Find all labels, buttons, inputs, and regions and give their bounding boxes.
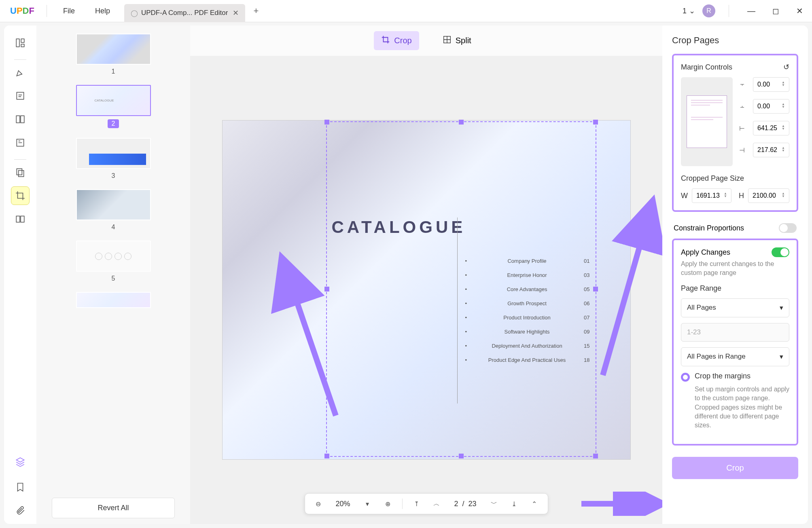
divider xyxy=(47,5,47,17)
crop-tool-icon[interactable] xyxy=(11,186,30,205)
collapse-button[interactable]: ⌃ xyxy=(528,498,541,510)
svg-rect-10 xyxy=(21,216,24,222)
thumbnail-3[interactable]: 3 xyxy=(76,138,151,180)
margin-left-icon: ⊢ xyxy=(739,125,749,132)
page-canvas[interactable]: CATALOGUE Company Profile01 Enterprise H… xyxy=(190,56,662,524)
page-indicator[interactable]: 2 / 23 xyxy=(451,500,479,508)
svg-rect-9 xyxy=(16,216,20,222)
margin-right-input[interactable]: 217.62▲▼ xyxy=(753,143,789,157)
maximize-button[interactable]: ◻ xyxy=(767,3,784,19)
zoom-out-button[interactable]: ⊖ xyxy=(312,498,324,510)
panel-title: Crop Pages xyxy=(672,35,798,46)
crop-handle-tr[interactable] xyxy=(593,120,598,125)
svg-rect-8 xyxy=(19,171,24,177)
prev-page-button[interactable]: ︿ xyxy=(430,498,443,510)
edit-icon[interactable] xyxy=(11,87,30,105)
center-area: Crop Split CATALOGUE Company Profile01 E… xyxy=(190,25,662,524)
form-icon[interactable] xyxy=(11,133,30,152)
titlebar: UPDF File Help ◯ UPDF-A Comp... PDF Edit… xyxy=(0,0,812,22)
zoom-in-button[interactable]: ⊕ xyxy=(382,498,394,510)
menu-file[interactable]: File xyxy=(53,7,85,15)
minimize-button[interactable]: — xyxy=(742,3,760,19)
page-range-input[interactable]: 1-23 xyxy=(681,323,789,342)
constrain-proportions-row: Constrain Proportions xyxy=(672,218,798,239)
first-page-button[interactable]: ⤒ xyxy=(410,498,422,510)
page-range-select[interactable]: All Pages▾ xyxy=(681,298,789,317)
thumbnail-icon[interactable] xyxy=(11,34,30,52)
split-icon xyxy=(443,35,452,46)
zoom-navigation-bar: ⊖ 20% ▾ ⊕ ⤒ ︿ 2 / 23 ﹀ ⤓ ⌃ xyxy=(304,493,548,514)
crop-height-input[interactable]: 2100.00▲▼ xyxy=(748,188,789,203)
constrain-toggle[interactable] xyxy=(779,223,797,233)
margin-top-icon: ⫟ xyxy=(739,81,749,88)
thumbnail-panel: 1 CATALOGUE2 3 4 5 Revert All xyxy=(36,25,190,524)
crop-pages-panel: Crop Pages Margin Controls↺ ⫟0.00▲▼ ⫠0.0… xyxy=(662,25,808,524)
margin-left-input[interactable]: 641.25▲▼ xyxy=(753,121,789,135)
thumbnail-5[interactable]: 5 xyxy=(76,241,151,282)
apply-changes-section: Apply Changes Apply the current changes … xyxy=(672,239,798,446)
svg-rect-7 xyxy=(17,169,22,175)
margin-bottom-input[interactable]: 0.00▲▼ xyxy=(753,99,789,114)
tab-title: UPDF-A Comp... PDF Editor xyxy=(141,9,228,17)
left-toolbar xyxy=(4,25,36,524)
revert-all-button[interactable]: Revert All xyxy=(52,498,175,518)
attachment-icon[interactable] xyxy=(11,501,30,520)
document-tab[interactable]: ◯ UPDF-A Comp... PDF Editor ✕ xyxy=(124,4,245,22)
next-page-button[interactable]: ﹀ xyxy=(488,498,500,510)
margin-top-input[interactable]: 0.00▲▼ xyxy=(753,77,789,92)
margin-bottom-icon: ⫠ xyxy=(739,103,749,110)
chevron-down-icon: ▾ xyxy=(780,304,783,312)
margin-controls-section: Margin Controls↺ ⫟0.00▲▼ ⫠0.00▲▼ ⊢641.25… xyxy=(672,54,798,212)
crop-margins-radio[interactable]: Crop the margins xyxy=(681,372,789,382)
svg-rect-3 xyxy=(17,92,23,99)
copy-icon[interactable] xyxy=(11,163,30,182)
thumbnail-4[interactable]: 4 xyxy=(76,189,151,231)
range-scope-select[interactable]: All Pages in Range▾ xyxy=(681,347,789,366)
organize-icon[interactable] xyxy=(11,110,30,129)
tab-close-icon[interactable]: ✕ xyxy=(233,8,239,17)
chevron-down-icon: ⌄ xyxy=(689,6,695,15)
layers-icon[interactable] xyxy=(11,452,30,471)
thumbnail-6[interactable] xyxy=(76,292,151,311)
window-count[interactable]: 1⌄ xyxy=(683,6,695,15)
tab-doc-icon: ◯ xyxy=(131,9,138,17)
user-avatar[interactable]: R xyxy=(702,4,715,17)
thumbnail-2[interactable]: CATALOGUE2 xyxy=(76,85,151,128)
reset-margins-icon[interactable]: ↺ xyxy=(783,63,789,72)
crop-selection[interactable] xyxy=(326,121,596,457)
svg-rect-4 xyxy=(16,116,20,122)
highlight-icon[interactable] xyxy=(11,63,30,82)
crop-handle-br[interactable] xyxy=(593,454,598,458)
chevron-down-icon: ▾ xyxy=(780,353,783,361)
page-preview: CATALOGUE Company Profile01 Enterprise H… xyxy=(222,120,631,460)
zoom-level[interactable]: 20% xyxy=(332,500,353,508)
apply-changes-toggle[interactable] xyxy=(772,247,789,257)
margin-right-icon: ⊣ xyxy=(739,146,749,154)
crop-handle-tl[interactable] xyxy=(324,120,329,125)
last-page-button[interactable]: ⤓ xyxy=(508,498,520,510)
crop-handle-bm[interactable] xyxy=(459,454,464,458)
crop-button[interactable]: Crop xyxy=(672,457,798,479)
svg-rect-0 xyxy=(16,39,19,47)
zoom-dropdown-icon[interactable]: ▾ xyxy=(361,498,373,510)
crop-handle-mr[interactable] xyxy=(593,287,598,291)
svg-rect-5 xyxy=(21,116,24,122)
split-mode-button[interactable]: Split xyxy=(435,31,479,50)
svg-line-13 xyxy=(603,205,651,375)
top-toolbar: Crop Split xyxy=(190,25,662,56)
crop-mode-button[interactable]: Crop xyxy=(374,31,419,50)
svg-rect-2 xyxy=(21,44,24,47)
bookmark-icon[interactable] xyxy=(11,478,30,496)
close-button[interactable]: ✕ xyxy=(791,3,808,19)
crop-handle-ml[interactable] xyxy=(324,287,329,291)
menu-help[interactable]: Help xyxy=(85,7,120,15)
crop-icon xyxy=(381,35,390,46)
thumbnail-1[interactable]: 1 xyxy=(76,34,151,75)
compare-icon[interactable] xyxy=(11,210,30,228)
crop-handle-tm[interactable] xyxy=(459,120,464,125)
radio-icon xyxy=(681,373,690,382)
crop-handle-bl[interactable] xyxy=(324,454,329,458)
svg-rect-1 xyxy=(21,39,24,42)
crop-width-input[interactable]: 1691.13▲▼ xyxy=(692,188,731,203)
tab-add-button[interactable]: + xyxy=(253,6,259,16)
